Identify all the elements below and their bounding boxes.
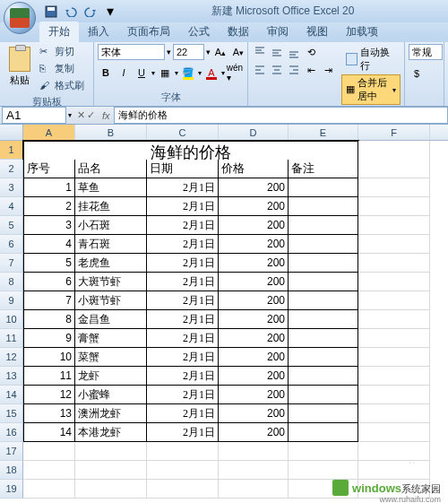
tab-review[interactable]: 审阅 [258,22,297,42]
cell[interactable] [358,461,430,480]
name-box[interactable] [2,107,66,124]
cell[interactable] [358,310,430,329]
row-header[interactable]: 3 [0,178,23,197]
select-all-corner[interactable] [0,125,23,140]
cell[interactable] [358,273,430,291]
cell[interactable] [23,461,75,480]
cell[interactable]: 9 [23,329,75,348]
align-right-icon[interactable] [286,62,302,78]
cell[interactable] [147,461,219,480]
col-header-d[interactable]: D [219,125,289,140]
cell[interactable] [289,348,358,367]
bold-button[interactable]: B [98,65,114,81]
cell[interactable] [358,329,430,348]
cell[interactable] [358,423,430,442]
col-header-c[interactable]: C [147,125,219,140]
row-header[interactable]: 13 [0,367,23,386]
cell[interactable] [358,160,430,178]
cell[interactable]: 草鱼 [75,178,147,197]
cell[interactable]: 菜蟹 [75,348,147,367]
cell[interactable]: 2月1日 [147,367,219,386]
cell[interactable]: 价格 [219,160,289,178]
tab-formulas[interactable]: 公式 [179,22,219,42]
wrap-text-button[interactable]: 自动换行 [341,44,401,74]
row-header[interactable]: 17 [0,442,23,461]
cell[interactable]: 小石斑 [75,216,147,235]
cell[interactable] [289,367,358,386]
cell[interactable] [147,480,219,499]
currency-icon[interactable]: $ [409,65,425,82]
cell[interactable] [147,442,219,461]
cell[interactable]: 200 [219,310,289,329]
cell[interactable]: 200 [219,423,289,442]
row-header[interactable]: 14 [0,386,23,404]
cell[interactable] [358,404,430,423]
paste-button[interactable]: 粘贴 [4,44,36,89]
cell[interactable] [289,310,358,329]
cell[interactable] [23,480,75,499]
tab-home[interactable]: 开始 [39,22,79,42]
cut-button[interactable]: ✂剪切 [38,44,86,59]
cell[interactable] [289,423,358,442]
cell[interactable]: 200 [219,254,289,273]
cell[interactable]: 4 [23,235,75,254]
cell[interactable] [358,216,430,235]
row-header[interactable]: 6 [0,235,23,254]
cell[interactable] [289,273,358,291]
cell[interactable]: 2月1日 [147,216,219,235]
cell[interactable] [289,254,358,273]
cell[interactable]: 2月1日 [147,178,219,197]
cell[interactable]: 200 [219,329,289,348]
cell[interactable]: 大斑节虾 [75,273,147,291]
cell[interactable]: 12 [23,386,75,404]
cell[interactable]: 品名 [75,160,147,178]
save-icon[interactable] [44,4,58,19]
cell[interactable] [23,442,75,461]
cancel-icon[interactable]: ✕ [77,109,85,121]
cell[interactable]: 2月1日 [147,235,219,254]
fx-icon[interactable]: fx [99,110,114,121]
row-header[interactable]: 11 [0,329,23,348]
italic-button[interactable]: I [116,65,132,81]
cell[interactable]: 13 [23,404,75,423]
tab-view[interactable]: 视图 [297,22,337,42]
cell[interactable] [358,254,430,273]
fill-color-button[interactable]: 🪣 [180,65,196,81]
row-header[interactable]: 4 [0,197,23,216]
copy-button[interactable]: ⎘复制 [38,61,86,76]
cell[interactable]: 2月1日 [147,423,219,442]
cell[interactable]: 澳洲龙虾 [75,404,147,423]
tab-insert[interactable]: 插入 [79,22,118,42]
cell[interactable]: 2月1日 [147,329,219,348]
qat-more-icon[interactable]: ▾ [103,4,117,19]
cell[interactable]: 序号 [23,160,75,178]
cell[interactable]: 2月1日 [147,310,219,329]
cell[interactable]: 2月1日 [147,273,219,291]
cell[interactable] [358,442,430,461]
cell[interactable] [358,235,430,254]
row-header[interactable]: 19 [0,480,23,499]
cell[interactable] [75,461,147,480]
cell[interactable] [289,442,358,461]
cell[interactable]: 200 [219,386,289,404]
cell[interactable] [289,197,358,216]
align-top-icon[interactable] [252,44,268,60]
cell[interactable]: 挂花鱼 [75,197,147,216]
cell[interactable]: 备注 [289,160,358,178]
cell[interactable]: 金昌鱼 [75,310,147,329]
cell[interactable]: 日期 [147,160,219,178]
cell[interactable]: 14 [23,423,75,442]
underline-button[interactable]: U [134,65,150,81]
row-header[interactable]: 9 [0,291,23,310]
col-header-f[interactable]: F [358,125,430,140]
row-header[interactable]: 15 [0,404,23,423]
tab-addins[interactable]: 加载项 [337,22,387,42]
cell[interactable]: 2 [23,197,75,216]
cell[interactable] [75,480,147,499]
cell[interactable] [358,197,430,216]
tab-layout[interactable]: 页面布局 [118,22,179,42]
cell[interactable] [289,329,358,348]
cell[interactable]: 2月1日 [147,254,219,273]
spreadsheet-grid[interactable]: A B C D E F 1海鲜的价格2序号品名日期价格备注31草鱼2月1日200… [0,125,448,503]
cell[interactable]: 6 [23,273,75,291]
